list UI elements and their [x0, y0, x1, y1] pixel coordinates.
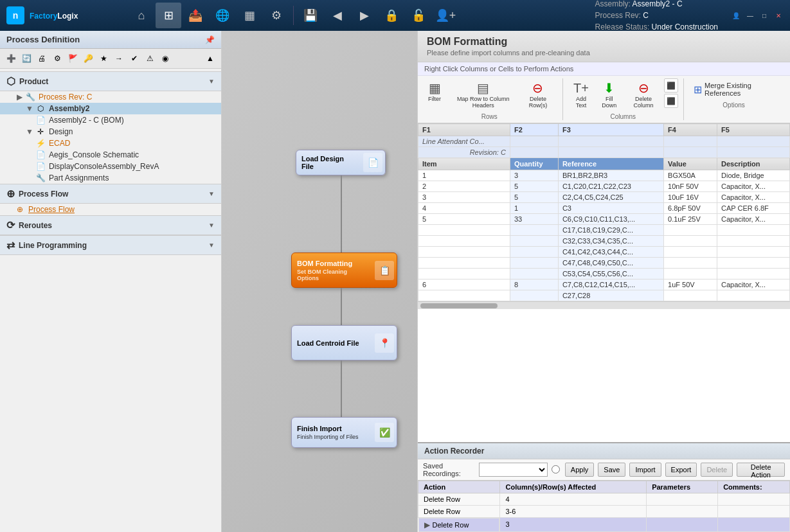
export-icon[interactable]: 📤 [183, 3, 208, 28]
delete-col-btn[interactable]: ⊖ Delete Column [624, 78, 663, 112]
map-row-btn[interactable]: ▤ Map Row to Column Headers [449, 78, 517, 112]
add-text-btn[interactable]: T+ Add Text [568, 78, 595, 112]
process-flow-section-header[interactable]: ⊕ Process Flow ▼ [0, 184, 221, 204]
cell-ref-4: C3 [558, 203, 663, 214]
saved-recordings-label: Saved Recordings: [423, 462, 475, 477]
cell-desc-3: Capacitor, X... [717, 192, 790, 203]
toolbar-columns-btns: T+ Add Text ⬇ Fill Down ⊖ Delete Column [568, 78, 679, 112]
warning-btn[interactable]: ⚠ [143, 51, 157, 66]
rows-section-label: Rows [481, 113, 498, 120]
fill-down-btn[interactable]: ⬇ Fill Down [595, 78, 623, 112]
bom-th-f4: F4 [664, 124, 717, 136]
key-btn[interactable]: 🔑 [81, 51, 95, 66]
delete-row-btn[interactable]: ⊖ Delete Row(s) [519, 78, 557, 112]
table-row[interactable]: 5 33 C6,C9,C10,C11,C13,... 0.1uF 25V Cap… [418, 214, 790, 225]
col-small-btn-1[interactable]: ⬛ [664, 78, 678, 93]
user-add-icon[interactable]: 👤+ [433, 3, 458, 28]
tree-assembly2[interactable]: ▼ ⬡ Assembly2 [0, 103, 221, 114]
table-row[interactable]: C17,C18,C19,C29,C... [418, 225, 790, 236]
table-row[interactable]: C27,C28 [418, 290, 790, 301]
filter-btn[interactable]: ▦ Filter [422, 78, 447, 112]
bom-node-sub: Set BOM Cleaning Options [297, 269, 367, 281]
import-button[interactable]: Import [629, 463, 661, 477]
map-row-icon: ▤ [477, 82, 489, 94]
refresh-btn[interactable]: 🔄 [19, 51, 33, 66]
table-row[interactable]: 1 3 BR1,BR2,BR3 BGX50A Diode, Bridge [418, 170, 790, 181]
save-button[interactable]: Save [598, 463, 625, 477]
bom-line-attendant-row: Line Attendant Co... [418, 136, 790, 147]
tree-ecad[interactable]: ⚡ ECAD [0, 137, 221, 149]
canvas-area: Load Design File 📄 BOM Formatting Set BO… [222, 31, 417, 532]
gear-btn[interactable]: ⚙ [50, 51, 64, 66]
table-row[interactable]: C32,C33,C34,C35,C... [418, 236, 790, 247]
table-row[interactable]: C53,C54,C55,C56,C... [418, 269, 790, 279]
table-row[interactable]: C47,C48,C49,C50,C... [418, 258, 790, 269]
flow-node-centroid[interactable]: Load Centroid File 📍 [291, 325, 397, 360]
table-row[interactable]: 2 5 C1,C20,C21,C22,C23 10nF 50V Capacito… [418, 181, 790, 192]
lock2-icon[interactable]: 🔓 [406, 3, 431, 28]
save-icon[interactable]: 💾 [298, 3, 323, 28]
user-icon[interactable]: 👤 [730, 10, 742, 21]
table-row[interactable]: 6 8 C7,C8,C12,C14,C15,... 1uF 50V Capaci… [418, 279, 790, 290]
tree-aegis[interactable]: 📄 Aegis_Console Schematic [0, 149, 221, 161]
product-section-label: Product [19, 77, 48, 86]
check-btn[interactable]: ✔ [127, 51, 141, 66]
reroutes-section-header[interactable]: ⟳ Reroutes ▼ [0, 215, 221, 235]
maximize-button[interactable]: □ [758, 10, 771, 21]
col-small-btn-2[interactable]: ⬛ [664, 94, 678, 108]
table-row[interactable]: Delete Row 3-6 [418, 505, 790, 517]
nav-icons: ⌂ ⊞ 📤 🌐 ▦ ⚙ 💾 ◀ ▶ 🔒 🔓 👤+ [129, 3, 595, 28]
tree-assembly2-bom[interactable]: 📄 Assembly2 - C (BOM) [0, 114, 221, 126]
bom-data-header-row: Item Quantity Reference Value Descriptio… [418, 158, 790, 170]
arrow-btn[interactable]: → [112, 51, 126, 66]
design-label: Design [49, 127, 73, 136]
settings-icon[interactable]: ⚙ [264, 3, 289, 28]
export-button[interactable]: Export [665, 463, 697, 477]
tree-process-flow-item[interactable]: ⊕ Process Flow [0, 204, 221, 215]
delete-button[interactable]: Delete [701, 463, 733, 477]
tree-part-assignments[interactable]: 🔧 Part Assignments [0, 172, 221, 184]
recordings-select[interactable] [479, 463, 547, 477]
pin-icon[interactable]: 📌 [205, 35, 215, 44]
star-btn[interactable]: ★ [96, 51, 111, 66]
lock-icon[interactable]: 🔒 [379, 3, 404, 28]
scroll-up-btn[interactable]: ▲ [203, 51, 217, 66]
table-row[interactable]: C41,C42,C43,C44,C... [418, 247, 790, 258]
flow-node-design[interactable]: Load Design File 📄 [296, 150, 386, 175]
tree-design[interactable]: ▼ ✛ Design [0, 126, 221, 137]
flow-node-finish[interactable]: Finish Import Finish Importing of Files … [291, 417, 397, 448]
apply-radio[interactable] [552, 465, 560, 474]
table-row[interactable]: 3 5 C2,C4,C5,C24,C25 10uF 16V Capacitor,… [418, 192, 790, 203]
grid-icon[interactable]: ⊞ [156, 3, 181, 28]
close-button[interactable]: ✕ [772, 10, 785, 21]
minimize-button[interactable]: — [744, 10, 757, 21]
forward-icon[interactable]: ▶ [352, 3, 377, 28]
h-scrollbar[interactable] [418, 301, 790, 309]
action-row1-params [647, 493, 718, 505]
table-row[interactable]: ▶ Delete Row 3 [418, 517, 790, 532]
tree-display[interactable]: 📄 DisplayConsoleAssembly_RevA [0, 161, 221, 172]
tree-process-rev[interactable]: ▶ 🔧 Process Rev: C [0, 91, 221, 103]
apply-button[interactable]: Apply [565, 463, 595, 477]
line-programming-section-header[interactable]: ⇄ Line Programming ▼ [0, 235, 221, 255]
add-btn[interactable]: ➕ [4, 51, 18, 66]
cell-val-5b [664, 225, 717, 236]
back-icon[interactable]: ◀ [325, 3, 350, 28]
delete-action-button[interactable]: Delete Action [737, 463, 785, 477]
table-row[interactable]: Delete Row 4 [418, 493, 790, 505]
merge-ref-btn[interactable]: ⊞ Merge Existing References [689, 78, 778, 100]
barcode-icon[interactable]: ▦ [237, 3, 262, 28]
h-scrollbar-thumb[interactable] [420, 303, 498, 308]
home-icon[interactable]: ⌂ [129, 3, 154, 28]
connector-3 [341, 360, 342, 417]
product-section-header[interactable]: ⬡ Product ▼ [0, 71, 221, 91]
flag-btn[interactable]: 🚩 [66, 51, 80, 66]
table-row[interactable]: 4 1 C3 6.8pF 50V CAP CER 6.8F [418, 203, 790, 214]
globe-icon[interactable]: 🌐 [210, 3, 235, 28]
cell-desc-5f [717, 269, 790, 279]
app-name: FactoryLogix [30, 10, 78, 21]
cell-item-6b [418, 290, 510, 301]
print-btn[interactable]: 🖨 [35, 51, 49, 66]
flow-node-bom[interactable]: BOM Formatting Set BOM Cleaning Options … [291, 253, 397, 288]
circle-btn[interactable]: ◉ [158, 51, 172, 66]
